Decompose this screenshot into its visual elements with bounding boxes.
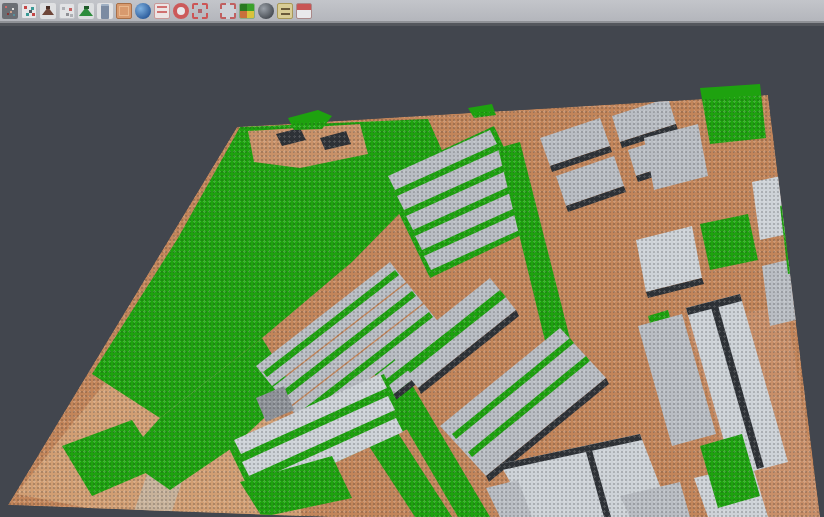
dark-sphere-icon[interactable] <box>258 3 274 19</box>
orange-square-icon[interactable] <box>116 3 132 19</box>
dark-points-icon[interactable] <box>2 3 18 19</box>
point-cloud-scene <box>0 26 824 517</box>
3d-viewport[interactable] <box>0 23 824 517</box>
colored-points-icon[interactable] <box>21 3 37 19</box>
brown-terrain-icon[interactable] <box>40 3 56 19</box>
application-window <box>0 0 824 517</box>
roof-right-edge <box>752 174 798 240</box>
red-tool-icon[interactable] <box>296 3 312 19</box>
blue-panel-icon[interactable] <box>97 3 113 19</box>
red-brackets-icon[interactable] <box>192 3 208 19</box>
red-list-icon[interactable] <box>154 3 170 19</box>
green-terrain-icon[interactable] <box>78 3 94 19</box>
trees-right-middle <box>700 214 758 270</box>
pale-patch-forest <box>96 164 180 230</box>
red-ring-icon[interactable] <box>173 3 189 19</box>
classification-icon[interactable] <box>239 3 255 19</box>
yellow-note-icon[interactable] <box>277 3 293 19</box>
framed-view-icon[interactable] <box>220 3 236 19</box>
toolbar-separator <box>211 3 217 19</box>
blue-sphere-icon[interactable] <box>135 3 151 19</box>
trees-northeast <box>700 84 766 144</box>
toolbar <box>0 0 824 23</box>
light-points-icon[interactable] <box>59 3 75 19</box>
